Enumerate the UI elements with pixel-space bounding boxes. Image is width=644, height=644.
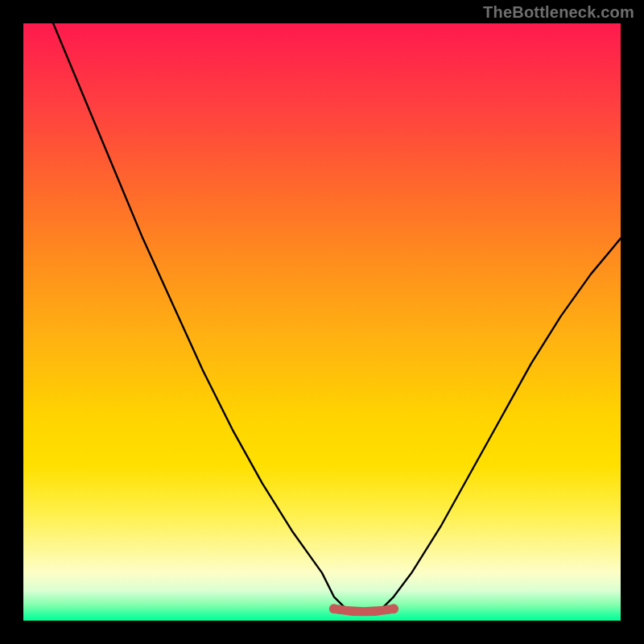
curve-layer <box>53 23 621 615</box>
optimal-range-marker <box>334 609 394 612</box>
range-endpoint-0 <box>329 604 339 613</box>
attribution-text: TheBottleneck.com <box>483 3 634 22</box>
chart-svg <box>23 23 621 621</box>
chart-frame: TheBottleneck.com <box>0 0 644 644</box>
chart-plot-area <box>23 23 621 621</box>
bottleneck-curve <box>53 23 621 615</box>
range-endpoint-1 <box>389 604 398 613</box>
